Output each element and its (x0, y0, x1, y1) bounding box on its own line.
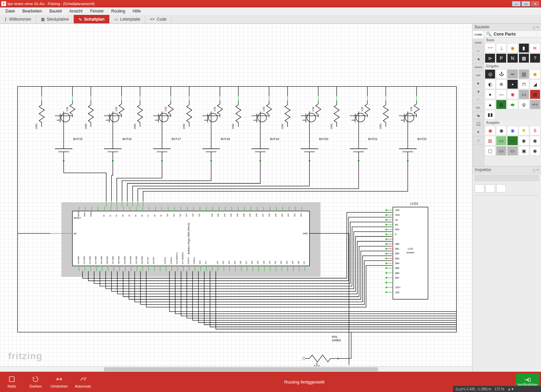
bin-contrast[interactable]: ◑ (473, 88, 484, 96)
bin-gear[interactable]: ✿ (473, 128, 484, 136)
part-encoder[interactable]: ◎ (485, 69, 495, 79)
part-slider[interactable]: ═ (507, 69, 518, 79)
inspector-view-1[interactable] (475, 184, 484, 192)
part-vibra[interactable]: ◉ (530, 146, 540, 156)
minimize-button[interactable]: — (512, 1, 521, 6)
part-antenna[interactable]: ψ (519, 100, 529, 109)
tab-schaltplan[interactable]: ∿Schaltplan (74, 15, 110, 23)
part-coin[interactable]: ◉ (530, 69, 540, 79)
svg-point-1 (61, 113, 70, 122)
part-buzzer[interactable]: ▢ (485, 146, 495, 156)
part-tact[interactable]: ▪ (507, 79, 518, 89)
inspector-header[interactable]: Inspektor ◻ ✕ (473, 166, 541, 174)
part-stepper[interactable]: ▣ (519, 146, 529, 156)
part-7seg[interactable]: 8 (530, 126, 540, 135)
svg-text:D16 PWM/TX2: D16 PWM/TX2 (176, 252, 178, 264)
tab-leiterplatte[interactable]: ▭Leiterplatte (110, 15, 145, 23)
inspector-view-3[interactable] (496, 184, 506, 192)
menu-hilfe[interactable]: Hilfe (129, 8, 144, 14)
part-ir[interactable]: ▲ (485, 100, 495, 109)
search-icon[interactable]: 🔍 (486, 31, 492, 37)
part-speaker[interactable]: ◉ (530, 136, 540, 145)
part-dip[interactable]: ▥ (519, 69, 529, 79)
part-transistor-n[interactable]: N (507, 53, 518, 63)
part-rgb[interactable]: ◉ (496, 126, 506, 135)
part-barcode[interactable]: ▮▮ (485, 110, 495, 119)
horizontal-scrollbar[interactable] (0, 366, 472, 372)
bin-ox[interactable]: 🐂 (473, 112, 484, 120)
bin-mine[interactable]: MINE (473, 39, 484, 47)
bin-plug[interactable]: 🔌 (473, 55, 484, 63)
bin-up[interactable]: △ (473, 136, 484, 144)
maximize-button[interactable]: ▭ (521, 1, 530, 6)
svg-text:D14/TX3: D14/TX3 (164, 257, 166, 264)
part-lcd[interactable]: ▭ (496, 136, 506, 145)
menu-fenster[interactable]: Fenster (87, 8, 107, 14)
part-motor[interactable]: ◉ (519, 136, 529, 145)
part-mic[interactable]: ● (485, 90, 495, 99)
part-matrix[interactable]: ▦ (485, 136, 495, 145)
part-ic[interactable]: ▦ (519, 53, 529, 63)
bin-seeed[interactable]: seeed (473, 63, 484, 71)
bin-intel[interactable]: intel (473, 71, 484, 79)
part-mystery[interactable]: ? (530, 53, 540, 63)
schematic-canvas[interactable]: 220Ω1.5ΩBAT15220Ω1.5ΩBAT16220Ω1.5ΩBAT172… (0, 24, 472, 372)
zoom-readout[interactable]: 172 % (495, 387, 504, 391)
part-servo[interactable]: ▭ (507, 146, 518, 156)
part-ring[interactable]: ✺ (519, 126, 529, 135)
bin-contrib[interactable]: CONTRIB (473, 120, 484, 128)
part-relay[interactable]: ▭ (496, 146, 506, 156)
part-accel[interactable]: ▦ (530, 90, 540, 99)
status-flip-button[interactable]: Umdrehen (47, 372, 71, 392)
status-rotate-button[interactable]: Drehen (24, 372, 47, 392)
part-oled[interactable]: ▭ (507, 136, 518, 145)
zoom-stepper-icon[interactable]: ▲▼ (508, 387, 514, 391)
parts-panel-header[interactable]: Bauteile ◻ ✕ (473, 24, 541, 31)
svg-text:D18/TX1: D18/TX1 (187, 257, 189, 264)
part-tag[interactable]: RFID (530, 100, 540, 109)
part-thermistor[interactable]: — (496, 90, 506, 99)
part-rfid[interactable]: ▦ (496, 100, 506, 109)
part-coil[interactable]: ◉ (507, 43, 518, 53)
bin-menu-icon[interactable]: ⋮ (535, 32, 539, 36)
part-switch[interactable]: ⊓ (519, 79, 529, 89)
part-capacitor[interactable]: ⊥ (496, 43, 506, 53)
tab-steckplatine[interactable]: ▦Steckplatine (36, 15, 74, 23)
bin-play[interactable]: ▶ (473, 79, 484, 88)
part-photocell[interactable]: ◉ (507, 90, 518, 99)
bin-pa[interactable]: PA (473, 104, 484, 112)
bin-pig[interactable]: 🐖 (473, 96, 484, 104)
tab-willkommen[interactable]: ƒWillkommen (0, 15, 36, 23)
part-resistor[interactable]: 〰 (485, 43, 495, 53)
part-tilt[interactable]: ◢ (530, 79, 540, 89)
inspector-name-field[interactable] (475, 175, 539, 181)
part-trimmer[interactable]: ⊕ (496, 79, 506, 89)
part-distance[interactable]: ▭ (519, 90, 529, 99)
parts-grid-ausgabe: ◉ ◉ ◉ ✺ 8 ▦ ▭ ▭ ◉ ◉ ▢ ▭ ▭ ▣ ◉ (484, 125, 541, 156)
part-led[interactable]: ◉ (485, 126, 495, 135)
part-electrolytic[interactable]: ▮ (519, 43, 529, 53)
part-led2[interactable]: ◉ (507, 126, 518, 135)
menu-ansicht[interactable]: Ansicht (66, 8, 86, 14)
menu-routing[interactable]: Routing (108, 8, 129, 14)
parts-panel-controls[interactable]: ◻ ✕ (533, 25, 539, 29)
inspector-controls[interactable]: ◻ ✕ (533, 168, 539, 172)
part-transistor-p[interactable]: P (496, 53, 506, 63)
inspector-view-2[interactable] (486, 184, 495, 192)
part-reed[interactable]: ⬬ (507, 100, 518, 109)
bin-core[interactable]: CORE (473, 31, 484, 39)
part-diode[interactable]: ⊳ (485, 53, 495, 63)
part-pot[interactable]: ◐ (485, 79, 495, 89)
part-inductor[interactable]: ≋ (530, 43, 540, 53)
svg-text:RESET: RESET (77, 211, 80, 217)
menu-bauteil[interactable]: Bauteil (46, 8, 65, 14)
menu-bearbeiten[interactable]: Bearbeiten (19, 8, 45, 14)
close-button[interactable]: ✕ (531, 1, 540, 6)
status-note-button[interactable]: Notiz (0, 372, 24, 392)
bin-arduino[interactable]: ∞ (473, 47, 484, 55)
tab-code[interactable]: <>Code (145, 15, 172, 23)
menu-datei[interactable]: Datei (2, 8, 18, 14)
part-joystick[interactable]: 🕹 (496, 69, 506, 79)
scroll-thumb[interactable] (104, 367, 378, 371)
status-autoroute-button[interactable]: Autoroute (71, 372, 95, 392)
